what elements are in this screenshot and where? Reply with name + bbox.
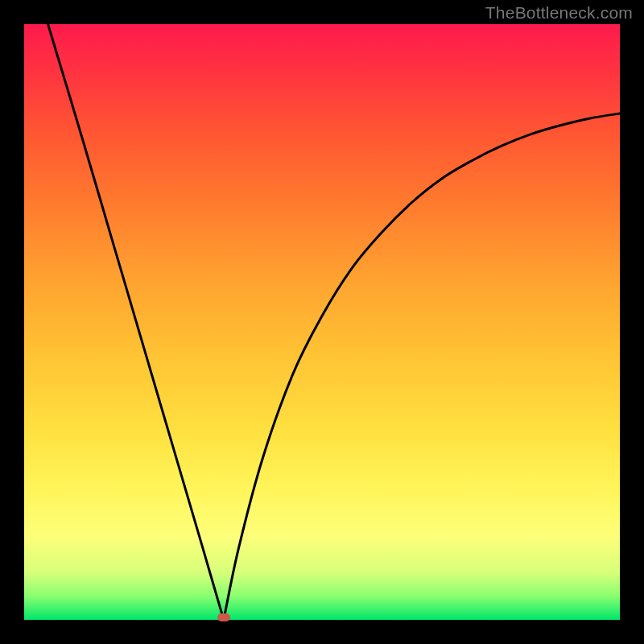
minimum-marker <box>217 613 230 621</box>
curve-right-branch <box>224 114 620 620</box>
chart-frame: TheBottleneck.com <box>0 0 644 644</box>
curve-svg <box>24 24 620 620</box>
watermark-text: TheBottleneck.com <box>485 3 633 23</box>
plot-area <box>24 24 620 620</box>
curve-left-branch <box>48 24 224 620</box>
